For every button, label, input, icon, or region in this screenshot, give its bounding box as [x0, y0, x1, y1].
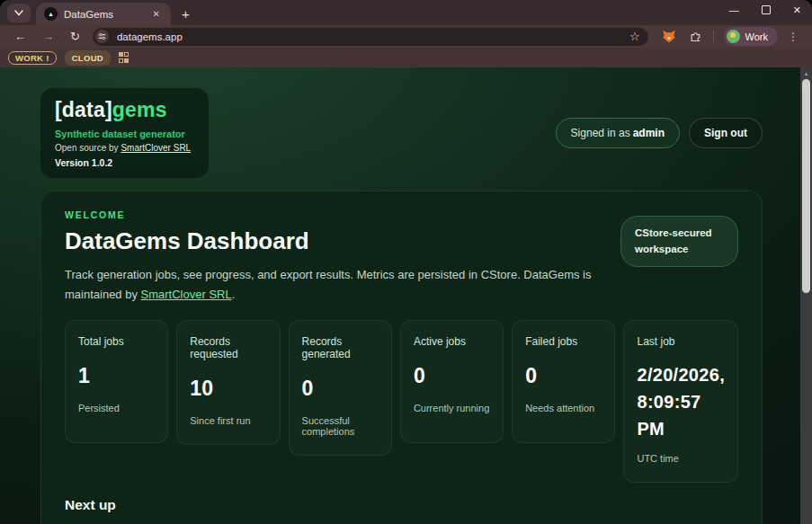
page-title: DataGems Dashboard [65, 227, 620, 255]
tab-close-icon[interactable]: ✕ [150, 8, 163, 20]
scroll-up-arrow-icon[interactable]: ▲ [800, 67, 812, 76]
stat-card-records-generated: Records generated 0 Successful completio… [289, 320, 392, 456]
profile-chip[interactable]: Work [724, 27, 778, 46]
stat-card-total-jobs: Total jobs 1 Persisted [65, 320, 168, 443]
browser-tab-datagems[interactable]: ▲ DataGems ✕ [36, 3, 171, 25]
dashboard-card: WELCOME DataGems Dashboard Track generat… [40, 191, 763, 524]
close-window-button[interactable]: ✕ [793, 4, 801, 15]
datagems-favicon-icon: ▲ [44, 7, 58, 21]
site-header: [data]gems Synthetic dataset generator O… [40, 88, 763, 178]
chevron-down-icon [14, 10, 23, 16]
new-tab-button[interactable]: + [182, 7, 190, 21]
sign-out-button[interactable]: Sign out [689, 118, 763, 148]
auth-controls: Signed in asadmin Sign out [556, 118, 763, 148]
reload-button[interactable]: ↻ [63, 30, 87, 43]
page-viewport: ▲ [data]gems Synthetic dataset generator… [0, 67, 812, 524]
address-bar[interactable]: datagems.app ☆ [93, 28, 648, 46]
stat-card-active-jobs: Active jobs 0 Currently running [400, 320, 504, 443]
signed-in-username: admin [633, 127, 665, 139]
dashboard-description: Track generation jobs, see progress, and… [65, 265, 620, 305]
tab-title: DataGems [64, 9, 144, 20]
profile-avatar [727, 30, 740, 43]
workspace-badge: CStore-secured workspace [620, 216, 738, 267]
smartclover-link[interactable]: SmartClover SRL [120, 143, 191, 153]
bookmark-star-icon[interactable]: ☆ [629, 30, 640, 43]
stat-card-records-requested: Records requested 10 Since first run [176, 320, 280, 445]
logo-plain-part: [data] [55, 98, 112, 121]
stats-grid: Total jobs 1 Persisted Records requested… [65, 320, 738, 483]
toolbar-divider [713, 31, 714, 42]
page-scrollbar[interactable]: ▲ [800, 67, 812, 524]
next-up-title: Next up [65, 497, 738, 513]
page-content: [data]gems Synthetic dataset generator O… [0, 67, 800, 524]
minimize-button[interactable]: — [729, 4, 739, 15]
dashboard-header: WELCOME DataGems Dashboard Track generat… [65, 209, 738, 305]
tab-strip: ▲ DataGems ✕ + — ✕ [0, 0, 812, 25]
stat-card-last-job: Last job 2/20/2026, 8:09:57 PM UTC time [623, 320, 738, 483]
logo-card: [data]gems Synthetic dataset generator O… [40, 88, 209, 178]
signed-in-status: Signed in asadmin [556, 118, 680, 148]
extensions-puzzle-icon[interactable] [688, 29, 703, 44]
tab-group-work[interactable]: WORK ! [8, 51, 57, 65]
tune-icon [98, 32, 106, 40]
welcome-eyebrow: WELCOME [65, 209, 620, 220]
back-button[interactable]: ← [7, 30, 33, 43]
site-settings-button[interactable] [95, 30, 109, 43]
browser-window: ▲ DataGems ✕ + — ✕ ← → ↻ datagems.app [0, 0, 812, 524]
dashboard-heading-block: WELCOME DataGems Dashboard Track generat… [65, 209, 620, 305]
app-tagline: Synthetic dataset generator [55, 129, 191, 139]
maximize-button[interactable] [762, 5, 771, 14]
open-source-line: Open source by SmartClover SRL [55, 143, 191, 153]
next-up-section: Next up Draft schema first, then confirm… [65, 497, 738, 524]
browser-toolbar: ← → ↻ datagems.app ☆ [0, 25, 812, 48]
logo-accent-part: gems [112, 98, 167, 121]
profile-name: Work [745, 31, 768, 42]
browser-menu-button[interactable]: ⋮ [783, 31, 803, 43]
stat-card-failed-jobs: Failed jobs 0 Needs attention [512, 320, 615, 443]
window-controls: — ✕ [729, 4, 801, 15]
tab-group-cloud[interactable]: CLOUD [65, 50, 111, 66]
apps-grid-icon[interactable] [119, 52, 129, 63]
forward-button[interactable]: → [35, 30, 61, 43]
version-label: Version 1.0.2 [55, 157, 191, 168]
bookmarks-bar: WORK ! CLOUD [0, 48, 812, 67]
app-logo: [data]gems [55, 98, 191, 122]
scrollbar-thumb[interactable] [802, 79, 810, 293]
smartclover-maintainer-link[interactable]: SmartClover SRL [141, 288, 232, 301]
tab-search-button[interactable] [7, 4, 31, 22]
url-text: datagems.app [117, 31, 621, 42]
fox-extension-icon[interactable] [662, 29, 677, 44]
